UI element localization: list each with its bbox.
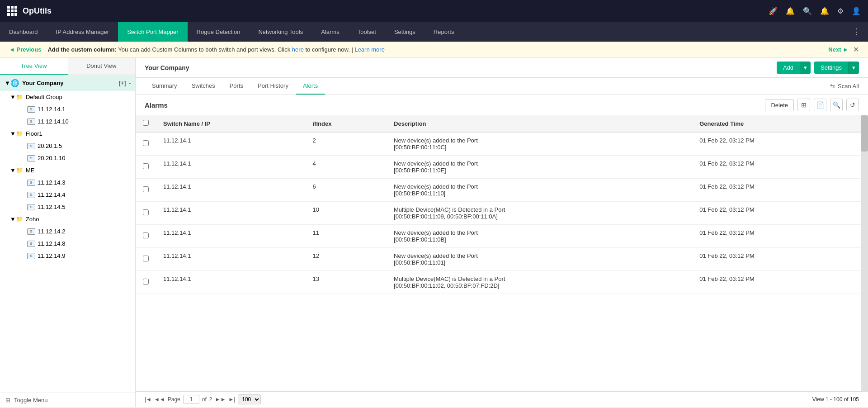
group-toggle-floor1: ▼ xyxy=(10,130,16,137)
switch-node-11-12-14-10[interactable]: S 11.12.14.10 xyxy=(24,115,135,128)
settings-button-group: Settings ▾ xyxy=(814,62,859,74)
cell-generated-time: 01 Feb 22, 03:12 PM xyxy=(692,132,861,156)
table-header-row: Switch Name / IP ifIndex Description Gen… xyxy=(136,115,861,132)
nav-item-rogue-detection[interactable]: Rogue Detection xyxy=(188,22,250,42)
add-node-icon[interactable]: [+] xyxy=(118,80,126,86)
switch-node-11-12-14-4[interactable]: S 11.12.14.4 xyxy=(24,189,135,201)
toggle-menu-button[interactable]: ⊞ Toggle Menu xyxy=(0,393,135,407)
settings-dropdown-button[interactable]: ▾ xyxy=(848,62,859,74)
tab-ports[interactable]: Ports xyxy=(222,78,250,95)
banner-link[interactable]: here xyxy=(292,46,304,53)
group-header-default[interactable]: ▼ 📁 Default Group xyxy=(6,91,135,103)
cell-switch-ip: 11.12.14.1 xyxy=(156,202,306,225)
user-icon[interactable]: 👤 xyxy=(852,7,861,15)
page-nav: |◄ ◄◄ Page of 2 ►► ►| 100 50 25 xyxy=(145,394,261,404)
folder-icon-me: 📁 xyxy=(16,167,23,174)
row-checkbox[interactable] xyxy=(143,279,149,285)
tab-tree-view[interactable]: Tree View xyxy=(0,58,68,75)
switch-node-11-12-14-9[interactable]: S 11.12.14.9 xyxy=(24,250,135,262)
grid-icon[interactable] xyxy=(7,6,17,16)
add-dropdown-button[interactable]: ▾ xyxy=(800,62,811,74)
table-row: 11.12.14.111New device(s) added to the P… xyxy=(136,225,861,248)
rocket-icon[interactable]: 🚀 xyxy=(769,7,778,15)
nav-item-ip-address-manager[interactable]: IP Address Manager xyxy=(47,22,118,42)
gear-icon[interactable]: ⚙ xyxy=(837,7,844,15)
switch-icon: S xyxy=(27,241,35,247)
add-button-group: Add ▾ xyxy=(777,62,811,74)
top-icons: 🚀 🔔 🔍 🔔 ⚙ 👤 xyxy=(769,7,861,15)
nav-item-alarms[interactable]: Alarms xyxy=(312,22,348,42)
switch-label: 11.12.14.9 xyxy=(38,252,65,259)
scan-all-button[interactable]: ⇆ Scan All xyxy=(830,83,859,90)
search-table-icon[interactable]: 🔍 xyxy=(830,99,843,111)
nav-more-icon[interactable]: ⋮ xyxy=(845,22,868,42)
switch-node-11-12-14-3[interactable]: S 11.12.14.3 xyxy=(24,176,135,189)
row-checkbox[interactable] xyxy=(143,256,149,261)
settings-button[interactable]: Settings xyxy=(814,62,848,74)
group-header-zoho[interactable]: ▼ 📁 Zoho xyxy=(6,213,135,225)
switch-icon: S xyxy=(27,253,35,259)
last-page-button[interactable]: ►| xyxy=(228,396,235,403)
nav-item-settings[interactable]: Settings xyxy=(385,22,425,42)
nav-item-networking-tools[interactable]: Networking Tools xyxy=(249,22,312,42)
table-row: 11.12.14.110Multiple Device(MAC) is Dete… xyxy=(136,202,861,225)
pagination-bar: |◄ ◄◄ Page of 2 ►► ►| 100 50 25 View 1 -… xyxy=(136,391,868,407)
tab-port-history[interactable]: Port History xyxy=(250,78,296,95)
root-expand-icon: ▼ xyxy=(5,80,10,86)
col-switch-name: Switch Name / IP xyxy=(156,115,306,132)
cell-switch-ip: 11.12.14.1 xyxy=(156,179,306,202)
row-checkbox[interactable] xyxy=(143,140,149,146)
page-size-select[interactable]: 100 50 25 xyxy=(238,394,261,404)
search-icon[interactable]: 🔍 xyxy=(803,7,812,15)
share-icon[interactable]: 🔔 xyxy=(786,7,795,15)
nav-item-reports[interactable]: Reports xyxy=(425,22,463,42)
delete-button[interactable]: Delete xyxy=(765,99,794,111)
scrollbar-thumb xyxy=(861,115,868,152)
nav-item-dashboard[interactable]: Dashboard xyxy=(0,22,47,42)
row-checkbox[interactable] xyxy=(143,232,149,238)
table-area: Alarms Delete ⊞ 📄 🔍 ↺ xyxy=(136,95,868,407)
page-input[interactable] xyxy=(183,395,199,404)
refresh-table-icon[interactable]: ↺ xyxy=(846,99,859,111)
prev-page-button[interactable]: ◄◄ xyxy=(154,396,165,403)
tab-alerts[interactable]: Alerts xyxy=(296,78,325,95)
add-button[interactable]: Add xyxy=(777,62,800,74)
switch-node-20-20-1-10[interactable]: S 20.20.1.10 xyxy=(24,152,135,164)
switch-node-11-12-14-8[interactable]: S 11.12.14.8 xyxy=(24,237,135,250)
cell-switch-ip: 11.12.14.1 xyxy=(156,225,306,248)
group-header-floor1[interactable]: ▼ 📁 Floor1 xyxy=(6,128,135,140)
switch-node-20-20-1-5[interactable]: S 20.20.1.5 xyxy=(24,140,135,152)
cell-generated-time: 01 Feb 22, 03:12 PM xyxy=(692,271,861,294)
tree-root-your-company[interactable]: ▼ 🌐 Your Company [+] - xyxy=(0,75,135,91)
row-checkbox[interactable] xyxy=(143,209,149,215)
tab-summary[interactable]: Summary xyxy=(145,78,184,95)
next-button[interactable]: Next ► xyxy=(828,46,849,53)
first-page-button[interactable]: |◄ xyxy=(145,396,151,403)
switch-icon: S xyxy=(27,143,35,149)
export-pdf-icon[interactable]: 📄 xyxy=(814,99,826,111)
table-scrollbar[interactable] xyxy=(861,115,868,391)
export-excel-icon[interactable]: ⊞ xyxy=(797,99,810,111)
bell-icon[interactable]: 🔔 xyxy=(820,7,829,15)
prev-button[interactable]: ◄ Previous xyxy=(9,46,41,53)
tab-switches[interactable]: Switches xyxy=(184,78,222,95)
next-page-button[interactable]: ►► xyxy=(215,396,226,403)
switch-node-11-12-14-5[interactable]: S 11.12.14.5 xyxy=(24,201,135,213)
banner-text: Add the custom column: You can add Custo… xyxy=(47,46,384,53)
collapse-icon[interactable]: - xyxy=(129,80,131,86)
tab-donut-view[interactable]: Donut View xyxy=(68,58,136,75)
tree-group-default: ▼ 📁 Default Group S 11.12.14.1 S 11.12.1… xyxy=(0,91,135,128)
nav-item-switch-port-mapper[interactable]: Switch Port Mapper xyxy=(118,22,187,42)
row-checkbox[interactable] xyxy=(143,163,149,169)
switch-node-11-12-14-2[interactable]: S 11.12.14.2 xyxy=(24,225,135,237)
group-header-me[interactable]: ▼ 📁 ME xyxy=(6,164,135,176)
nav-item-toolset[interactable]: Toolset xyxy=(349,22,385,42)
group-children-me: S 11.12.14.3 S 11.12.14.4 S 11.12.14.5 xyxy=(6,176,135,213)
cell-generated-time: 01 Feb 22, 03:12 PM xyxy=(692,179,861,202)
close-banner-button[interactable]: ✕ xyxy=(853,45,859,54)
row-checkbox[interactable] xyxy=(143,186,149,192)
switch-node-11-12-14-1[interactable]: S 11.12.14.1 xyxy=(24,103,135,115)
select-all-checkbox[interactable] xyxy=(143,120,149,126)
learn-more-link[interactable]: Learn more xyxy=(354,46,384,53)
switch-label: 11.12.14.2 xyxy=(38,228,65,235)
